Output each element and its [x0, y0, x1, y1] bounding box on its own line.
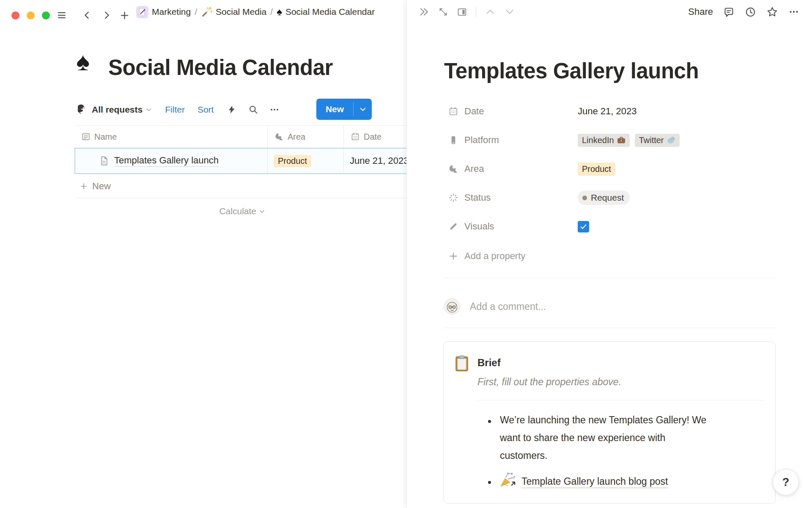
property-row-status[interactable]: Status Request	[444, 188, 765, 207]
divider	[476, 7, 476, 17]
page-more-options-icon[interactable]	[788, 6, 799, 17]
sort-button[interactable]: Sort	[198, 105, 214, 115]
divider	[477, 400, 764, 400]
new-entry-dropdown[interactable]	[354, 99, 372, 120]
view-bubble-icon	[78, 104, 89, 115]
breadcrumb-label: Social Media Calendar	[285, 7, 375, 17]
side-peek-mode-icon[interactable]	[457, 7, 467, 17]
side-peek-panel: Share Templates Gallery launch Date June…	[406, 0, 812, 508]
brief-title: Brief	[477, 357, 501, 369]
breadcrumb-item-marketing[interactable]: Marketing	[136, 6, 191, 18]
status-tag[interactable]: Request	[578, 190, 630, 205]
area-tag: Product	[274, 155, 311, 167]
calculate-label: Calculate	[219, 206, 256, 216]
party-popper-emoji	[499, 471, 517, 489]
table-new-row-button[interactable]: New	[74, 175, 406, 198]
add-property-label: Add a property	[464, 251, 525, 262]
row-page-title[interactable]: Templates Gallery launch	[114, 155, 219, 167]
breadcrumb: Marketing / Social Media / ♠ Social Medi…	[136, 0, 375, 24]
close-window-button[interactable]	[11, 11, 19, 19]
calendar-icon	[351, 132, 360, 141]
share-button[interactable]: Share	[688, 6, 713, 17]
column-label: Area	[288, 132, 305, 142]
database-icon[interactable]: ♠	[76, 49, 90, 75]
new-entry-split-button: New	[316, 99, 372, 120]
new-entry-button[interactable]: New	[316, 99, 353, 120]
more-options-icon[interactable]	[269, 105, 280, 115]
select-property-icon	[448, 164, 458, 174]
divider	[444, 278, 776, 278]
property-row-date[interactable]: Date June 21, 2023	[444, 102, 765, 121]
chevron-down-icon	[259, 208, 265, 215]
property-row-platform[interactable]: Platform LinkedIn Twitter	[444, 131, 765, 149]
zoom-window-button[interactable]	[42, 11, 50, 19]
platform-tag-linkedin[interactable]: LinkedIn	[578, 134, 630, 147]
bullet-icon	[488, 420, 491, 423]
minimize-window-button[interactable]	[27, 11, 35, 19]
select-property-icon	[274, 132, 284, 141]
brief-bullet-text[interactable]: We’re launching the new Templates Galler…	[500, 411, 712, 464]
magic-wand-icon	[201, 6, 212, 18]
page-mention-link[interactable]: Template Gallery launch blog post	[521, 476, 668, 488]
calendar-icon	[448, 106, 458, 116]
add-property-button[interactable]: Add a property	[444, 247, 765, 265]
memo-icon	[136, 6, 148, 18]
property-label: Date	[464, 106, 484, 117]
database-title[interactable]: Social Media Calendar	[108, 55, 333, 80]
database-toolbar: All requests Filter Sort	[78, 99, 280, 121]
row-area-cell[interactable]: Product	[268, 149, 344, 173]
next-page-icon[interactable]	[504, 6, 515, 17]
row-name-cell[interactable]: Templates Gallery launch	[75, 149, 268, 173]
forward-icon[interactable]	[101, 9, 112, 21]
breadcrumb-item-social-media[interactable]: Social Media	[201, 6, 266, 18]
help-button[interactable]: ?	[773, 469, 799, 495]
view-selector[interactable]: All requests	[78, 104, 152, 115]
history-clock-icon[interactable]	[745, 6, 756, 18]
column-label: Date	[364, 132, 381, 142]
property-label: Area	[464, 163, 484, 174]
tag-label: LinkedIn	[582, 135, 614, 145]
add-comment-input[interactable]: Add a comment...	[470, 298, 546, 315]
briefcase-emoji	[617, 136, 625, 144]
panel-controls	[419, 0, 515, 24]
favorite-star-icon[interactable]	[766, 6, 778, 18]
property-row-area[interactable]: Area Product	[444, 160, 765, 178]
row-date-value: June 21, 2023	[350, 155, 409, 166]
breadcrumb-label: Marketing	[152, 7, 191, 17]
previous-page-icon[interactable]	[485, 6, 496, 17]
comments-icon[interactable]	[723, 6, 735, 18]
area-tag[interactable]: Product	[578, 163, 615, 176]
calculate-button[interactable]: Calculate	[74, 202, 268, 220]
property-row-visuals[interactable]: Visuals	[444, 217, 765, 236]
property-label: Status	[464, 192, 491, 203]
bullet-icon	[488, 481, 491, 484]
search-icon[interactable]	[248, 105, 258, 115]
breadcrumb-separator: /	[270, 7, 273, 17]
brief-callout: Brief First, fill out the properties abo…	[443, 341, 776, 504]
title-property-icon	[81, 132, 91, 141]
expand-page-icon[interactable]	[438, 7, 448, 17]
visuals-checkbox-checked[interactable]	[578, 221, 589, 232]
phone-icon	[448, 135, 458, 145]
brief-hint: First, fill out the properties above.	[477, 376, 621, 388]
divider	[444, 328, 776, 328]
tag-label: Twitter	[639, 135, 664, 145]
page-title[interactable]: Templates Gallery launch	[444, 58, 699, 83]
column-header-name[interactable]: Name	[74, 126, 268, 148]
platform-tag-twitter[interactable]: Twitter	[635, 134, 680, 147]
column-label: Name	[94, 132, 117, 142]
breadcrumb-label: Social Media	[216, 7, 266, 17]
back-icon[interactable]	[81, 9, 93, 21]
bird-emoji	[667, 136, 675, 144]
sidebar-menu-icon[interactable]	[56, 9, 68, 21]
property-label: Visuals	[464, 221, 494, 232]
new-tab-icon[interactable]	[118, 9, 130, 21]
status-dot	[582, 196, 587, 200]
automations-lightning-icon[interactable]	[227, 105, 236, 114]
date-value[interactable]: June 21, 2023	[578, 106, 636, 117]
page-icon	[99, 155, 110, 166]
filter-button[interactable]: Filter	[165, 105, 185, 115]
breadcrumb-item-social-media-calendar[interactable]: ♠ Social Media Calendar	[277, 7, 375, 17]
column-header-area[interactable]: Area	[268, 126, 344, 148]
close-peek-icon[interactable]	[419, 6, 430, 17]
